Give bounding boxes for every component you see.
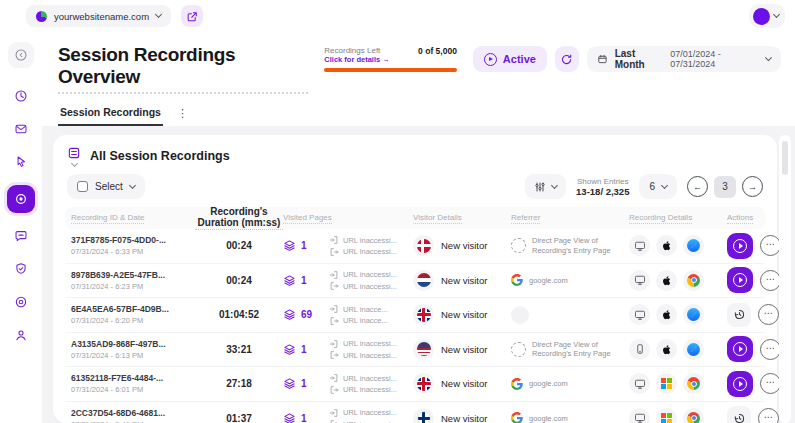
sidebar-item-goals[interactable] bbox=[8, 289, 34, 315]
more-actions-button[interactable]: ⋯ bbox=[760, 339, 781, 360]
chevron-down-icon bbox=[661, 181, 668, 188]
sidebar-item-chat[interactable] bbox=[8, 223, 34, 249]
select-all-checkbox[interactable] bbox=[77, 181, 88, 192]
recording-date: 07/31/2024 - 6:01 PM bbox=[71, 385, 195, 394]
os-chip bbox=[656, 270, 677, 291]
scrollbar[interactable] bbox=[779, 135, 791, 423]
entry-page-url[interactable]: URL inaccessi... bbox=[343, 374, 397, 383]
more-actions-button[interactable]: ⋯ bbox=[760, 270, 781, 291]
table-header: Recording ID & Date Recording's Duration… bbox=[65, 207, 765, 229]
exit-page-url[interactable]: URL inaccessi... bbox=[343, 247, 397, 256]
cursor-icon bbox=[14, 155, 28, 169]
sidebar-item-security[interactable] bbox=[8, 256, 34, 282]
more-actions-button[interactable]: ⋯ bbox=[760, 235, 781, 256]
website-selector[interactable]: yourwebsitename.com bbox=[26, 5, 171, 27]
tabbar: Session Recordings ⋮ bbox=[42, 98, 795, 126]
sidebar-item-forms[interactable] bbox=[8, 116, 34, 142]
columns-filter-dropdown[interactable] bbox=[525, 174, 566, 199]
page-header: Session Recordings Overview Recordings L… bbox=[42, 32, 795, 98]
recording-processing-button[interactable] bbox=[727, 303, 751, 327]
page-size-value: 6 bbox=[649, 181, 655, 192]
more-actions-button[interactable]: ⋯ bbox=[760, 373, 781, 394]
referrer-text: google.com bbox=[529, 414, 568, 423]
country-flag bbox=[413, 373, 434, 394]
sidebar bbox=[0, 32, 42, 423]
recording-details bbox=[629, 339, 721, 360]
table-row: 8978B639-A2E5-47FB... 07/31/2024 - 6:23 … bbox=[65, 264, 765, 299]
visited-pages-count: 1 bbox=[301, 344, 307, 355]
play-recording-button[interactable] bbox=[727, 371, 753, 397]
date-range-value: 07/01/2024 - 07/31/2024 bbox=[670, 49, 759, 69]
open-site-button[interactable] bbox=[181, 5, 203, 27]
entry-page-url[interactable]: URL inaccessi... bbox=[343, 236, 397, 245]
details-link[interactable]: Click for details → bbox=[324, 55, 389, 64]
more-actions-button[interactable]: ⋯ bbox=[758, 304, 779, 325]
device-chip bbox=[629, 304, 650, 325]
next-page-button[interactable]: → bbox=[742, 176, 763, 197]
sidebar-item-menu[interactable] bbox=[8, 42, 34, 68]
more-actions-button[interactable]: ⋯ bbox=[758, 408, 779, 423]
safari-icon bbox=[687, 239, 700, 252]
exit-page-url[interactable]: URL inaccessi... bbox=[343, 385, 397, 394]
exit-page-url[interactable]: URL inaccessi... bbox=[343, 420, 397, 423]
sidebar-item-session-recordings[interactable] bbox=[7, 185, 35, 213]
col-actions: Actions bbox=[721, 213, 761, 224]
sidebar-item-analytics[interactable] bbox=[8, 83, 34, 109]
date-range-picker[interactable]: Last Month 07/01/2024 - 07/31/2024 bbox=[587, 46, 781, 72]
website-domain: yourwebsitename.com bbox=[54, 11, 149, 22]
exit-page-url[interactable]: URL inaccessi... bbox=[343, 282, 397, 291]
entry-page-url[interactable]: URL inaccessi... bbox=[343, 339, 397, 348]
referrer-text: Direct Page View of Recording's Entry Pa… bbox=[532, 236, 629, 255]
sidebar-item-click-tracking[interactable] bbox=[8, 149, 34, 175]
visited-pages-count: 1 bbox=[301, 275, 307, 286]
country-flag bbox=[413, 339, 434, 360]
play-recording-button[interactable] bbox=[727, 267, 753, 293]
play-recording-button[interactable] bbox=[727, 336, 753, 362]
current-page: 3 bbox=[714, 176, 736, 198]
chevron-down-icon bbox=[773, 11, 780, 18]
target-icon bbox=[14, 295, 28, 309]
page-size-dropdown[interactable]: 6 bbox=[639, 174, 677, 199]
entry-page-url[interactable]: URL inaccessi... bbox=[343, 408, 397, 417]
topbar: yourwebsitename.com bbox=[0, 0, 795, 32]
entry-page-url[interactable]: URL inacce... bbox=[343, 305, 388, 314]
recording-date: 07/31/2024 - 6:20 PM bbox=[71, 316, 195, 325]
col-visitor-details: Visitor Details bbox=[413, 213, 511, 224]
select-dropdown[interactable]: Select bbox=[67, 174, 145, 199]
account-menu[interactable] bbox=[749, 4, 785, 28]
sidebar-item-profile[interactable] bbox=[8, 322, 34, 348]
recording-details bbox=[629, 235, 721, 256]
monitor-icon bbox=[634, 274, 646, 286]
recording-details bbox=[629, 408, 721, 423]
referrer-text: Direct Page View of Recording's Entry Pa… bbox=[532, 340, 629, 359]
refresh-button[interactable] bbox=[555, 46, 579, 72]
exit-page-url[interactable]: URL inaccessi... bbox=[343, 351, 397, 360]
referrer-text: google.com bbox=[529, 276, 568, 285]
visitor-type: New visitor bbox=[441, 344, 487, 355]
table-row: 6E4A5EA6-57BF-4D9B... 07/31/2024 - 6:20 … bbox=[65, 298, 765, 333]
browser-chip bbox=[683, 304, 704, 325]
exit-page-url[interactable]: URL inacce... bbox=[343, 316, 388, 325]
ellipsis-icon: ⋯ bbox=[764, 309, 774, 318]
exit-page-icon bbox=[329, 385, 339, 395]
layers-icon bbox=[283, 377, 296, 390]
scrollbar-thumb[interactable] bbox=[782, 141, 788, 175]
prev-page-button[interactable]: ← bbox=[687, 176, 708, 197]
no-referrer-icon bbox=[511, 306, 529, 324]
recording-processing-button[interactable] bbox=[727, 406, 751, 423]
tab-session-recordings[interactable]: Session Recordings bbox=[58, 102, 163, 126]
play-icon bbox=[733, 377, 747, 391]
device-chip bbox=[629, 270, 650, 291]
recording-details bbox=[629, 373, 721, 394]
content-area: All Session Recordings Select bbox=[42, 126, 795, 423]
visitor-type: New visitor bbox=[441, 240, 487, 251]
play-recording-button[interactable] bbox=[727, 233, 753, 259]
chat-icon bbox=[14, 229, 28, 243]
tab-menu-kebab[interactable]: ⋮ bbox=[177, 107, 188, 126]
entry-page-icon bbox=[329, 304, 339, 314]
country-flag bbox=[413, 235, 434, 256]
active-status-button[interactable]: Active bbox=[473, 46, 547, 72]
country-flag bbox=[413, 270, 434, 291]
ellipsis-icon: ⋯ bbox=[766, 378, 776, 387]
entry-page-url[interactable]: URL inaccessi... bbox=[343, 270, 397, 279]
